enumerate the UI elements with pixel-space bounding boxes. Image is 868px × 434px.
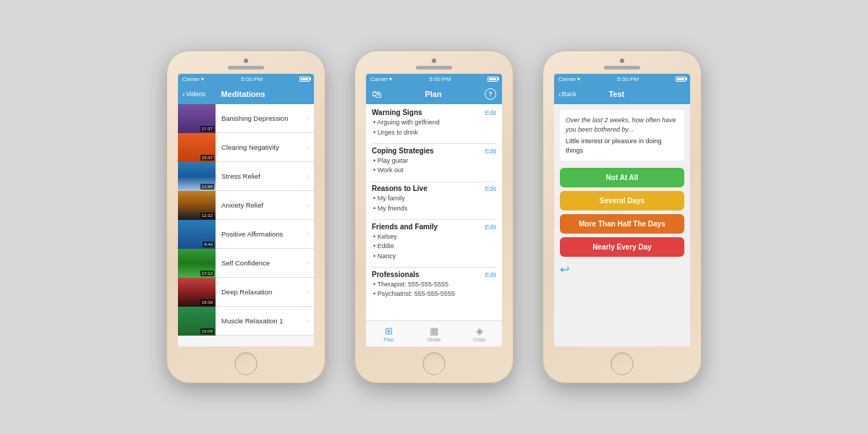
item-chevron-2: › bbox=[307, 172, 314, 180]
item-chevron-6: › bbox=[307, 288, 314, 296]
crisis-tab-label: Crisis bbox=[473, 337, 486, 342]
time-label-0: 17:37 bbox=[200, 126, 214, 132]
time-label-6: 18:39 bbox=[200, 299, 214, 305]
thumb-4: 8:40 bbox=[178, 220, 216, 249]
battery-1 bbox=[299, 77, 310, 82]
thumb-5: 17:12 bbox=[178, 249, 216, 278]
edit-button-0[interactable]: Edit bbox=[485, 109, 496, 116]
camera-3 bbox=[620, 59, 624, 63]
list-item[interactable]: 15:00 Muscle Relaxation 1 › bbox=[178, 307, 314, 336]
home-button-1[interactable] bbox=[234, 352, 258, 375]
edit-button-1[interactable]: Edit bbox=[485, 148, 496, 155]
section-header-0: Warning Signs Edit bbox=[372, 109, 496, 116]
plan-title: Plan bbox=[425, 90, 441, 98]
plan-nav: 🛍 Plan ? bbox=[366, 84, 502, 104]
plan-item: • Play guitar bbox=[372, 156, 496, 166]
plan-section-2: Reasons to Live Edit • My family • My fr… bbox=[372, 184, 496, 213]
option-more-than-half[interactable]: More Than Half The Days bbox=[560, 214, 684, 234]
back-label-3: Back bbox=[562, 90, 576, 98]
nav-title-3: Test bbox=[579, 90, 654, 98]
list-item[interactable]: 8:40 Positive Affirmations › bbox=[178, 220, 314, 249]
back-button-3[interactable]: ‹ Back bbox=[558, 90, 576, 98]
divider bbox=[372, 267, 496, 268]
nav-bar-3: ‹ Back Test bbox=[554, 84, 690, 104]
list-item[interactable]: 12:32 Anxiety Relief › bbox=[178, 191, 314, 220]
section-header-4: Professionals Edit bbox=[372, 271, 496, 278]
question-text: Little interest or pleasure in doing thi… bbox=[566, 137, 678, 155]
section-title-4: Professionals bbox=[372, 271, 420, 278]
chevron-left-1: ‹ bbox=[182, 90, 185, 98]
section-title-3: Friends and Family bbox=[372, 223, 438, 231]
guide-tab-icon: ▦ bbox=[430, 326, 438, 336]
phone-top-2 bbox=[355, 51, 513, 74]
carrier-2: Carrier bbox=[370, 76, 388, 82]
list-item[interactable]: 17:12 Self Confidence › bbox=[178, 249, 314, 278]
phone-top-1 bbox=[167, 51, 325, 74]
time-label-4: 8:40 bbox=[203, 242, 214, 247]
list-item[interactable]: 18:39 Deep Relaxation › bbox=[178, 278, 314, 307]
wifi-3: ▾ bbox=[577, 76, 580, 82]
item-label-1: Clearing Negativity bbox=[216, 143, 307, 151]
time-2: 5:00 PM bbox=[429, 76, 451, 82]
camera-1 bbox=[244, 59, 248, 63]
phone-1: Carrier ▾ 5:00 PM ‹ Videos Meditations 1… bbox=[166, 51, 326, 383]
plan-section-0: Warning Signs Edit • Arguing with girlfr… bbox=[372, 109, 496, 137]
tab-plan[interactable]: ⊞ Plan bbox=[366, 321, 412, 346]
phone-bottom-1 bbox=[234, 346, 258, 383]
plan-item: • Nancy bbox=[372, 252, 496, 262]
tab-bar: ⊞ Plan ▦ Guide ◈ Crisis bbox=[366, 320, 502, 346]
home-button-2[interactable] bbox=[422, 352, 446, 375]
plan-item: • My family bbox=[372, 194, 496, 204]
item-label-3: Anxiety Relief bbox=[216, 201, 307, 209]
item-label-4: Positive Affirmations bbox=[216, 230, 307, 238]
item-label-2: Stress Relief bbox=[216, 172, 307, 180]
time-label-5: 17:12 bbox=[200, 271, 214, 276]
item-label-5: Self Confidence bbox=[216, 259, 307, 267]
screen-1: Carrier ▾ 5:00 PM ‹ Videos Meditations 1… bbox=[178, 74, 314, 346]
screen-2: Carrier ▾ 5:00 PM 🛍 Plan ? Warning Signs… bbox=[366, 74, 502, 346]
plan-tab-icon: ⊞ bbox=[385, 326, 393, 336]
phone-bottom-2 bbox=[422, 346, 446, 383]
back-button-1[interactable]: ‹ Videos bbox=[182, 90, 205, 98]
status-bar-3: Carrier ▾ 5:00 PM bbox=[554, 74, 690, 84]
edit-button-3[interactable]: Edit bbox=[485, 224, 496, 231]
list-item[interactable]: 15:37 Clearing Negativity › bbox=[178, 133, 314, 162]
option-nearly-every-day[interactable]: Nearly Every Day bbox=[560, 237, 684, 257]
list-item[interactable]: 17:37 Banishing Depression › bbox=[178, 104, 314, 133]
section-header-1: Coping Strategies Edit bbox=[372, 147, 496, 155]
edit-button-4[interactable]: Edit bbox=[485, 271, 496, 278]
thumb-6: 18:39 bbox=[178, 278, 216, 307]
option-several-days[interactable]: Several Days bbox=[560, 191, 684, 210]
nav-bar-1: ‹ Videos Meditations bbox=[178, 84, 314, 104]
nav-title-1: Meditations bbox=[208, 90, 278, 98]
plan-item: • Eddie bbox=[372, 242, 496, 252]
plan-item: • Urges to drink bbox=[372, 128, 496, 138]
tab-guide[interactable]: ▦ Guide bbox=[412, 321, 457, 346]
item-label-0: Banishing Depression bbox=[216, 114, 307, 122]
speaker-3 bbox=[604, 66, 640, 69]
tab-crisis[interactable]: ◈ Crisis bbox=[456, 321, 502, 346]
status-bar-2: Carrier ▾ 5:00 PM bbox=[366, 74, 502, 84]
carrier-3: Carrier bbox=[558, 76, 576, 82]
plan-item: • Kelsey bbox=[372, 232, 496, 242]
plan-section-4: Professionals Edit • Therapist: 555-555-… bbox=[372, 271, 496, 299]
edit-button-2[interactable]: Edit bbox=[485, 185, 496, 192]
item-chevron-7: › bbox=[307, 317, 314, 325]
time-label-1: 15:37 bbox=[200, 155, 214, 161]
camera-2 bbox=[432, 59, 436, 63]
list-item[interactable]: 11:99 Stress Relief › bbox=[178, 162, 314, 191]
help-button[interactable]: ? bbox=[485, 88, 496, 100]
back-arrow-button[interactable]: ↩ bbox=[560, 263, 569, 276]
plan-item: • Work out bbox=[372, 166, 496, 176]
battery-3 bbox=[676, 77, 686, 82]
plan-item: • My friends bbox=[372, 204, 496, 214]
plan-icon: 🛍 bbox=[372, 88, 382, 100]
time-label-7: 15:00 bbox=[200, 328, 214, 334]
plan-item: • Therapist: 555-555-5555 bbox=[372, 280, 496, 290]
plan-section-1: Coping Strategies Edit • Play guitar • W… bbox=[372, 147, 496, 176]
home-button-3[interactable] bbox=[610, 352, 634, 375]
item-chevron-1: › bbox=[307, 143, 314, 151]
time-1: 5:00 PM bbox=[241, 76, 263, 82]
section-title-2: Reasons to Live bbox=[372, 184, 427, 192]
option-not-at-all[interactable]: Not At All bbox=[560, 168, 684, 187]
